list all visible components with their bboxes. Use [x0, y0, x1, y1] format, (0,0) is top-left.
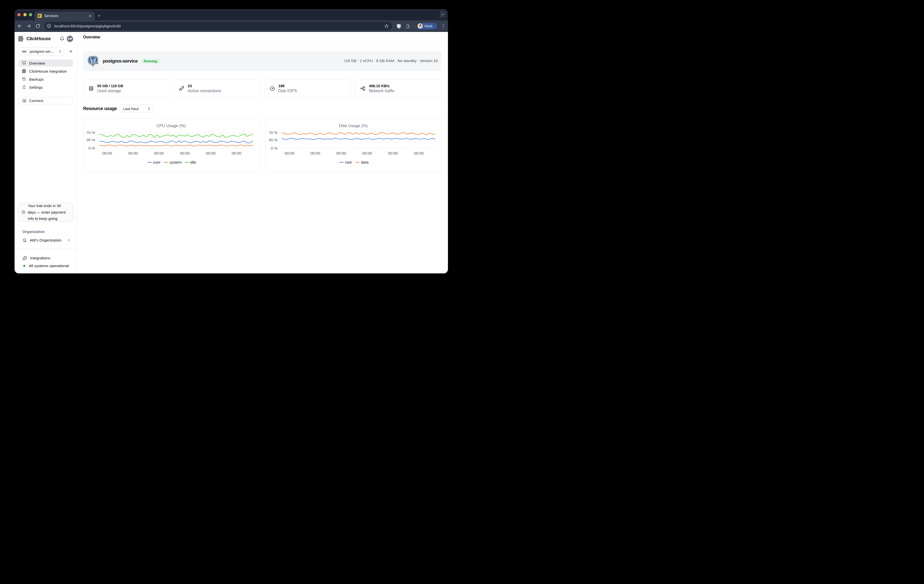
svg-text:0 %: 0 %: [88, 146, 95, 150]
svg-text:35 %: 35 %: [268, 138, 277, 142]
svg-text:00:00: 00:00: [232, 151, 241, 155]
svg-text:aws: aws: [22, 50, 26, 52]
svg-text:00:00: 00:00: [102, 151, 112, 155]
svg-text:35 %: 35 %: [86, 138, 96, 142]
svg-text:00:00: 00:00: [310, 151, 320, 155]
svg-text:00:00: 00:00: [414, 151, 424, 155]
svg-text:CPU Usage (%): CPU Usage (%): [157, 123, 186, 128]
svg-text:00:00: 00:00: [180, 151, 190, 155]
svg-text:00:00: 00:00: [362, 151, 372, 155]
svg-text:70 %: 70 %: [86, 131, 96, 135]
svg-text:idle: idle: [190, 160, 196, 164]
svg-text:data: data: [361, 160, 369, 164]
svg-text:root: root: [345, 160, 351, 164]
svg-text:00:00: 00:00: [154, 151, 164, 155]
svg-text:00:00: 00:00: [388, 151, 398, 155]
svg-text:Disk Usage (%): Disk Usage (%): [339, 123, 368, 128]
svg-text:00:00: 00:00: [336, 151, 346, 155]
svg-text:00:00: 00:00: [206, 151, 216, 155]
svg-text:00:00: 00:00: [128, 151, 138, 155]
svg-text:00:00: 00:00: [284, 151, 294, 155]
svg-text:0 %: 0 %: [271, 146, 277, 150]
svg-text:system: system: [170, 160, 182, 164]
svg-text:user: user: [153, 160, 160, 164]
svg-text:70 %: 70 %: [268, 131, 277, 135]
